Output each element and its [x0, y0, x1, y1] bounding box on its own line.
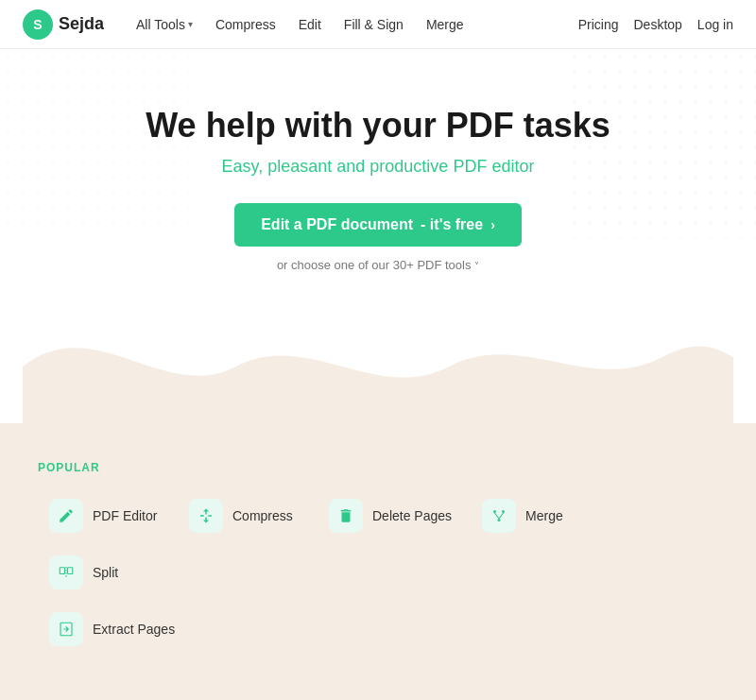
popular-delete-pages[interactable]: Delete Pages: [318, 491, 463, 540]
nav-compress[interactable]: Compress: [206, 11, 285, 38]
login-link[interactable]: Log in: [697, 17, 733, 32]
cta-button[interactable]: Edit a PDF document - it's free ›: [234, 203, 522, 247]
logo[interactable]: S Sejda: [23, 9, 104, 40]
split-icon-bg: [49, 555, 83, 589]
chevron-down-icon: ▾: [188, 19, 193, 29]
svg-point-0: [493, 510, 496, 513]
merge-icon: [490, 507, 507, 524]
popular-extract-label: Extract Pages: [93, 622, 175, 637]
hero-section: We help with your PDF tasks Easy, pleasa…: [0, 49, 756, 423]
nav-fill-sign[interactable]: Fill & Sign: [335, 11, 413, 38]
popular-compress[interactable]: Compress: [178, 491, 310, 540]
edit-icon: [58, 507, 75, 524]
popular-merge[interactable]: Merge: [471, 491, 603, 540]
popular-pdf-editor[interactable]: PDF Editor: [38, 491, 170, 540]
logo-icon: S: [23, 9, 53, 40]
popular-split[interactable]: Split: [38, 548, 170, 597]
content-area: POPULAR PDF Editor Compress: [0, 423, 756, 700]
pricing-link[interactable]: Pricing: [578, 17, 619, 32]
wave-decoration: [23, 310, 733, 423]
logo-text: Sejda: [59, 14, 104, 34]
nav-edit[interactable]: Edit: [289, 11, 331, 38]
compress-icon: [198, 507, 215, 524]
delete-icon: [337, 507, 354, 524]
header: S Sejda All Tools ▾ Compress Edit Fill &…: [0, 0, 756, 49]
popular-tools-row: PDF Editor Compress Delete Pages: [38, 491, 718, 597]
delete-icon-bg: [329, 499, 363, 533]
merge-icon-bg: [482, 499, 516, 533]
divider: [38, 661, 718, 684]
extract-icon-bg: [49, 612, 83, 646]
popular-split-label: Split: [93, 565, 118, 580]
cta-main-text: Edit a PDF document: [261, 216, 413, 233]
svg-rect-5: [60, 568, 64, 574]
popular-extract-pages[interactable]: Extract Pages: [38, 605, 186, 654]
svg-line-3: [495, 513, 500, 519]
nav-all-tools[interactable]: All Tools ▾: [127, 11, 202, 38]
desktop-link[interactable]: Desktop: [633, 17, 681, 32]
svg-point-2: [498, 519, 501, 521]
hero-headline: We help with your PDF tasks: [23, 106, 733, 145]
svg-rect-6: [68, 568, 73, 574]
extract-icon: [58, 621, 75, 638]
svg-line-4: [499, 513, 504, 519]
nav-merge[interactable]: Merge: [417, 11, 473, 38]
cta-suffix: - it's free: [421, 216, 483, 233]
hero-subtitle: Easy, pleasant and productive PDF editor: [23, 157, 733, 177]
edit-icon-bg: [49, 499, 83, 533]
popular-delete-pages-label: Delete Pages: [372, 508, 452, 523]
split-icon: [58, 564, 75, 581]
popular-pdf-editor-label: PDF Editor: [93, 508, 157, 523]
compress-icon-bg: [189, 499, 223, 533]
svg-point-1: [502, 510, 505, 513]
header-right: Pricing Desktop Log in: [578, 17, 733, 32]
chevron-down-icon: ˅: [474, 261, 479, 271]
popular-tools-row-2: Extract Pages: [38, 605, 718, 654]
popular-section-label: POPULAR: [38, 461, 718, 474]
popular-compress-label: Compress: [232, 508, 293, 523]
cta-sub-text[interactable]: or choose one of our 30+ PDF tools ˅: [23, 258, 733, 272]
popular-merge-label: Merge: [525, 508, 563, 523]
arrow-icon: ›: [490, 217, 495, 232]
main-nav: All Tools ▾ Compress Edit Fill & Sign Me…: [127, 11, 578, 38]
